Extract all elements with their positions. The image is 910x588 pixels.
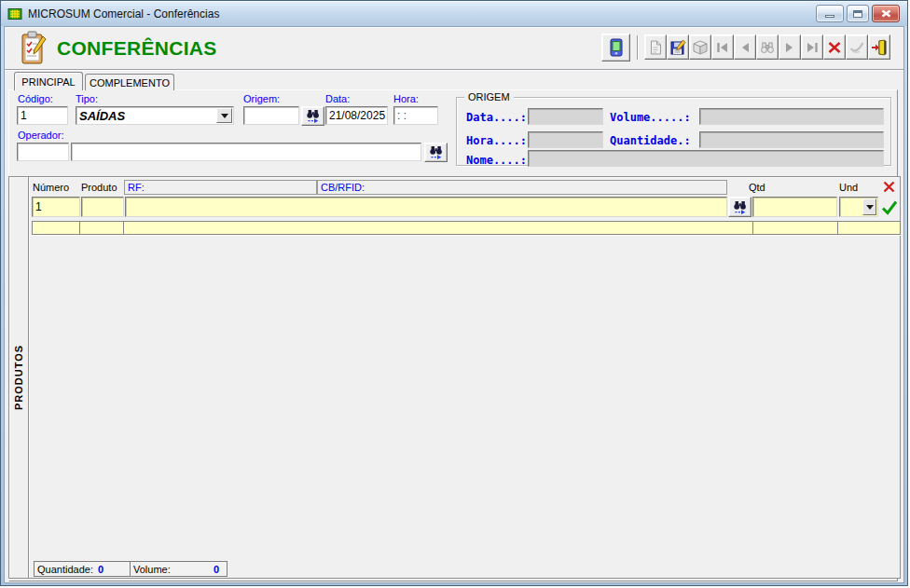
origem-nome-field [528, 150, 884, 167]
operador-code-input[interactable] [17, 143, 69, 161]
next-record-icon [781, 39, 798, 56]
origem-label: Origem: [243, 93, 280, 104]
codigo-label: Código: [18, 93, 53, 104]
volume-total-panel: Volume: 0 [130, 561, 228, 577]
first-record-button [711, 34, 734, 60]
origem-quantidade-label: Quantidade.: [610, 134, 691, 147]
last-record-icon [804, 39, 820, 56]
search-records-button [756, 34, 779, 60]
exit-door-icon [871, 39, 888, 56]
maximize-button[interactable] [847, 5, 869, 22]
und-dropdown-button[interactable] [862, 198, 876, 215]
grid-cell-produto [79, 221, 124, 235]
delete-row-button[interactable] [880, 179, 897, 194]
client-area: CONFERÊNCIAS [4, 26, 904, 583]
app-window: MICROSUM Comercial - Conferências [0, 0, 908, 586]
confirm-record-button [846, 34, 868, 60]
und-header: Und [839, 182, 858, 193]
entry-qtd-input[interactable] [752, 197, 837, 217]
toolbar-separator [637, 35, 639, 60]
window-title: MICROSUM Comercial - Conferências [28, 7, 219, 21]
red-x-icon [882, 180, 896, 194]
shipment-box-icon [692, 39, 709, 56]
binoculars-lookup-icon [429, 145, 444, 159]
close-icon [881, 9, 891, 18]
app-icon [7, 7, 22, 21]
down-arrow-icon [866, 205, 874, 213]
data-input[interactable]: 21/08/2025 [325, 106, 388, 125]
quantidade-total-value: 0 [98, 564, 103, 575]
down-arrow-icon [221, 114, 228, 122]
binoculars-lookup-icon [733, 200, 748, 214]
origem-volume-field [699, 108, 884, 125]
operador-search-button[interactable] [424, 143, 448, 162]
hora-label: Hora: [393, 93, 419, 104]
grid-cell-und [837, 221, 901, 235]
rf-header: RF: [128, 182, 145, 193]
volume-total-label: Volume: [133, 564, 171, 575]
origem-group-title: ORIGEM [464, 91, 514, 103]
minimize-icon [825, 15, 834, 18]
confirm-record-icon [848, 39, 865, 56]
tab-principal[interactable]: PRINCIPAL [14, 72, 83, 90]
origem-input[interactable] [243, 106, 299, 125]
quantidade-total-panel: Quantidade: 0 [34, 561, 131, 577]
save-record-button[interactable] [667, 34, 689, 60]
window-controls [816, 5, 900, 22]
entry-produto-input[interactable] [81, 197, 124, 217]
search-binoculars-icon [759, 39, 776, 56]
tipo-label: Tipo: [76, 93, 98, 104]
quantidade-total-label: Quantidade: [37, 564, 93, 575]
tipo-dropdown-button[interactable] [216, 108, 232, 123]
cbrfid-header-strip: CB/RFID: [317, 180, 727, 195]
last-record-button [801, 34, 823, 60]
origem-quantidade-field [699, 131, 884, 148]
save-record-icon [669, 39, 686, 56]
entry-und-combobox[interactable] [839, 197, 878, 217]
entry-numero-input[interactable]: 1 [32, 197, 80, 217]
origem-data-label: Data....: [466, 111, 527, 124]
terminal-device-button[interactable] [601, 34, 630, 62]
close-button[interactable] [872, 5, 900, 22]
origem-groupbox: ORIGEM Data....: Volume.....: Hora....: … [456, 97, 891, 166]
tab-complemento[interactable]: COMPLEMENTO [85, 74, 174, 90]
codigo-input[interactable]: 1 [17, 106, 68, 125]
shipment-box-button [689, 34, 711, 60]
page-title: CONFERÊNCIAS [57, 37, 217, 60]
delete-record-button[interactable] [823, 34, 846, 60]
confirm-row-button[interactable] [880, 198, 899, 216]
clipboard-checklist-icon [18, 30, 48, 67]
grid-cell-numero [32, 221, 80, 235]
origem-hora-label: Hora....: [466, 134, 527, 147]
tipo-combobox[interactable]: SAÍDAS [76, 106, 234, 125]
exit-button[interactable] [868, 34, 890, 60]
previous-record-icon [737, 39, 753, 56]
tab-principal-label: PRINCIPAL [21, 76, 75, 88]
numero-header: Número [33, 182, 69, 193]
data-label: Data: [325, 93, 350, 104]
titlebar: MICROSUM Comercial - Conferências [1, 1, 907, 26]
minimize-button[interactable] [816, 5, 844, 22]
origem-search-button[interactable] [301, 106, 324, 126]
hora-input[interactable]: : : [393, 106, 438, 125]
products-panel: PRODUTOS Número Produto RF: CB/RFID: Qtd… [8, 176, 901, 579]
origem-hora-field [528, 131, 603, 148]
operador-label: Operador: [18, 130, 64, 141]
entry-cbrfid-input[interactable] [125, 197, 727, 217]
delete-record-icon [826, 39, 843, 56]
rf-header-strip: RF: [124, 180, 317, 195]
next-record-button [779, 34, 801, 60]
binoculars-lookup-icon [306, 109, 321, 123]
volume-total-value: 0 [214, 564, 219, 575]
product-search-button[interactable] [728, 197, 751, 217]
tab-complemento-label: COMPLEMENTO [90, 77, 170, 89]
products-side-label: PRODUTOS [13, 345, 24, 410]
previous-record-button [734, 34, 756, 60]
maximize-icon [853, 10, 862, 18]
operador-name-input[interactable] [71, 143, 421, 161]
origem-data-field [528, 108, 603, 125]
origem-volume-label: Volume.....: [610, 111, 691, 124]
toolbar [644, 34, 890, 60]
first-record-icon [714, 39, 731, 56]
grid-cell-cbrfid [123, 221, 753, 235]
